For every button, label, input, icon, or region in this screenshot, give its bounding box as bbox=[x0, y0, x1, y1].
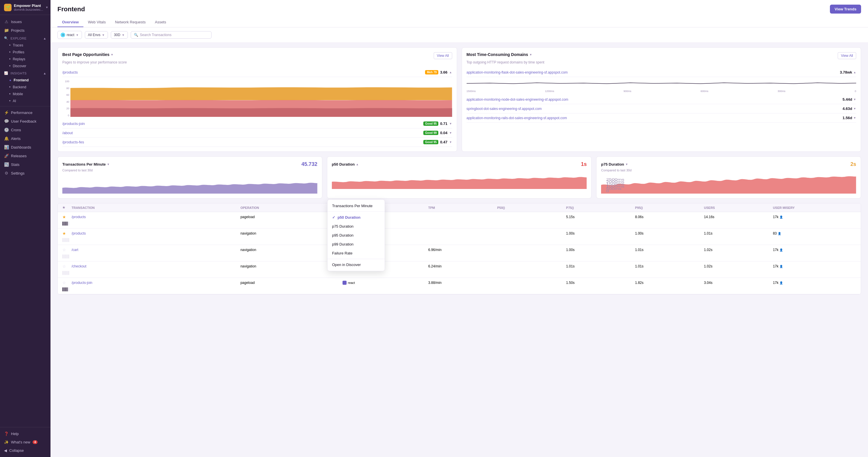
sidebar-item-backend[interactable]: • Backend bbox=[0, 84, 51, 91]
dropdown-item-tpm[interactable]: Transactions Per Minute bbox=[328, 201, 385, 210]
score-chevron-icon: ▼ bbox=[449, 131, 452, 134]
col-users[interactable]: USERS bbox=[704, 206, 771, 209]
misery-bar bbox=[62, 255, 69, 259]
dropdown-item-p95[interactable]: p95 Duration bbox=[328, 231, 385, 240]
sidebar-item-issues[interactable]: ⚠ Issues bbox=[0, 17, 51, 26]
mobile-dot-icon: • bbox=[9, 92, 10, 96]
star-empty-icon[interactable]: ☆ bbox=[62, 248, 66, 252]
misery-cell bbox=[67, 287, 67, 291]
misery-cell-empty bbox=[64, 238, 64, 242]
sidebar-item-settings[interactable]: ⚙ Settings bbox=[0, 169, 51, 177]
col-user-misery[interactable]: USER MISERY bbox=[773, 206, 856, 209]
sidebar-item-mobile[interactable]: • Mobile bbox=[0, 91, 51, 98]
sidebar-item-traces[interactable]: • Traces bbox=[0, 42, 51, 49]
star-icon[interactable]: ★ bbox=[62, 231, 66, 236]
star-icon[interactable]: ★ bbox=[62, 215, 66, 219]
tab-web-vitals[interactable]: Web Vitals bbox=[83, 18, 111, 27]
sidebar-insights-header[interactable]: 📈 Insights ▲ bbox=[0, 69, 51, 77]
tpm-cell: 6.24/min bbox=[428, 264, 495, 268]
page-link-about[interactable]: /about bbox=[62, 131, 73, 135]
sidebar-item-profiles[interactable]: • Profiles bbox=[0, 49, 51, 56]
operation-cell: pageload bbox=[240, 281, 340, 285]
transaction-link[interactable]: /products bbox=[71, 215, 86, 219]
sidebar-item-user-feedback[interactable]: 💬 User Feedback bbox=[0, 117, 51, 126]
sidebar-item-replays[interactable]: • Replays bbox=[0, 56, 51, 63]
sidebar-item-frontend[interactable]: ● Frontend bbox=[0, 77, 51, 84]
col-p75[interactable]: P75() bbox=[566, 206, 633, 209]
view-trends-button[interactable]: View Trends bbox=[830, 5, 861, 13]
collapse-button[interactable]: ◀ Collapse bbox=[0, 446, 51, 455]
misery-cell bbox=[62, 287, 63, 291]
sidebar-item-label: Issues bbox=[11, 20, 22, 24]
misery-cell bbox=[67, 287, 68, 291]
domain-link-rails[interactable]: application-monitoring-rails-dot-sales-e… bbox=[467, 116, 567, 120]
alerts-icon: 🔔 bbox=[4, 136, 9, 141]
domain-link-flask[interactable]: application-monitoring-flask-dot-sales-e… bbox=[467, 70, 568, 74]
view-all-domains-button[interactable]: View All bbox=[838, 52, 856, 59]
page-link-products-fes[interactable]: /products-fes bbox=[62, 140, 84, 144]
sidebar-explore-header[interactable]: 🔍 Explore ▲ bbox=[0, 35, 51, 42]
project-cell: react bbox=[343, 281, 426, 285]
col-p50[interactable]: P50() bbox=[497, 206, 564, 209]
col-p95[interactable]: P95() bbox=[635, 206, 702, 209]
sidebar-item-discover[interactable]: • Discover bbox=[0, 63, 51, 69]
env-filter-react[interactable]: ⚛ react ▼ bbox=[57, 31, 82, 39]
dropdown-item-open-discover[interactable]: Open in Discover bbox=[328, 260, 385, 269]
tpm-subtitle: Compared to last 30d bbox=[62, 168, 317, 172]
p75-cell: 1.01s bbox=[566, 264, 633, 268]
page-link-products-join[interactable]: /products-join bbox=[62, 122, 85, 126]
p75-value: 2s bbox=[850, 161, 856, 167]
page-score-about: Good 99 0.04 ▼ bbox=[423, 131, 452, 135]
dropdown-item-p99[interactable]: p99 Duration bbox=[328, 240, 385, 249]
search-bar[interactable]: 🔍 Search Transactions bbox=[131, 31, 212, 39]
sidebar-item-releases[interactable]: 🚀 Releases bbox=[0, 152, 51, 160]
sidebar-item-dashboards[interactable]: 📊 Dashboards bbox=[0, 143, 51, 152]
collapse-icon: ◀ bbox=[4, 448, 7, 453]
p50-title[interactable]: p50 Duration ▲ bbox=[332, 162, 359, 166]
tpm-title[interactable]: Transactions Per Minute ▼ bbox=[62, 162, 110, 166]
misery-cell bbox=[65, 287, 66, 291]
sidebar-item-stats[interactable]: 📉 Stats bbox=[0, 160, 51, 169]
p50-area-chart bbox=[332, 170, 587, 189]
sidebar-item-whats-new[interactable]: ✨ What's new 4 bbox=[0, 438, 51, 446]
users-cell: 17k 👤 bbox=[773, 248, 856, 252]
page-link-products[interactable]: /products bbox=[62, 70, 78, 74]
sidebar-item-crons[interactable]: 🕐 Crons bbox=[0, 126, 51, 134]
score-badge-good-99: Good 99 bbox=[423, 131, 438, 135]
period-filter[interactable]: 30D ▼ bbox=[111, 31, 128, 39]
tab-overview[interactable]: Overview bbox=[57, 18, 83, 27]
view-all-opportunities-button[interactable]: View All bbox=[434, 52, 452, 59]
score-badge-meh: Meh 79 bbox=[425, 70, 438, 74]
star-empty-icon[interactable]: ☆ bbox=[62, 281, 66, 285]
sidebar-item-alerts[interactable]: 🔔 Alerts bbox=[0, 134, 51, 143]
domain-link-node[interactable]: application-monitoring-node-dot-sales-en… bbox=[467, 98, 568, 102]
p75-title[interactable]: p75 Duration ▼ bbox=[601, 162, 628, 166]
dropdown-item-p50[interactable]: ✓ p50 Duration bbox=[328, 213, 385, 222]
sidebar-item-help[interactable]: ❓ Help bbox=[0, 430, 51, 438]
tab-assets[interactable]: Assets bbox=[150, 18, 171, 27]
org-chevron-icon[interactable]: ▼ bbox=[45, 6, 49, 9]
transaction-link[interactable]: /cart bbox=[71, 248, 78, 252]
envs-filter[interactable]: All Envs ▼ bbox=[85, 31, 108, 39]
misery-cell-empty bbox=[67, 255, 67, 259]
domain-link-springboot[interactable]: springboot-dot-sales-engineering-sf.apps… bbox=[467, 107, 542, 111]
star-empty-icon[interactable]: ☆ bbox=[62, 264, 66, 269]
dropdown-item-p75[interactable]: p75 Duration bbox=[328, 222, 385, 231]
col-tpm[interactable]: TPM bbox=[428, 206, 495, 209]
dropdown-item-failure-rate[interactable]: Failure Rate bbox=[328, 249, 385, 258]
domain-time-node: 5.44d ▼ bbox=[843, 97, 856, 102]
transaction-link[interactable]: /products-join bbox=[71, 281, 92, 285]
transaction-link[interactable]: /checkout bbox=[71, 264, 86, 268]
backend-dot-icon: • bbox=[9, 85, 10, 89]
table-header: ★ TRANSACTION OPERATION PROJECT TPM P50(… bbox=[58, 203, 861, 212]
sidebar-item-projects[interactable]: 📁 Projects bbox=[0, 26, 51, 35]
tab-network-requests[interactable]: Network Requests bbox=[111, 18, 150, 27]
col-operation[interactable]: OPERATION bbox=[240, 206, 340, 209]
sidebar-item-label: User Feedback bbox=[11, 119, 36, 124]
col-transaction[interactable]: TRANSACTION bbox=[71, 206, 238, 209]
explore-chevron-icon: ▲ bbox=[43, 37, 46, 40]
transaction-link[interactable]: /products bbox=[71, 231, 86, 235]
sidebar-item-performance[interactable]: ⚡ Performance bbox=[0, 108, 51, 117]
traces-dot-icon: • bbox=[9, 43, 10, 47]
sidebar-item-ai[interactable]: • AI bbox=[0, 98, 51, 104]
